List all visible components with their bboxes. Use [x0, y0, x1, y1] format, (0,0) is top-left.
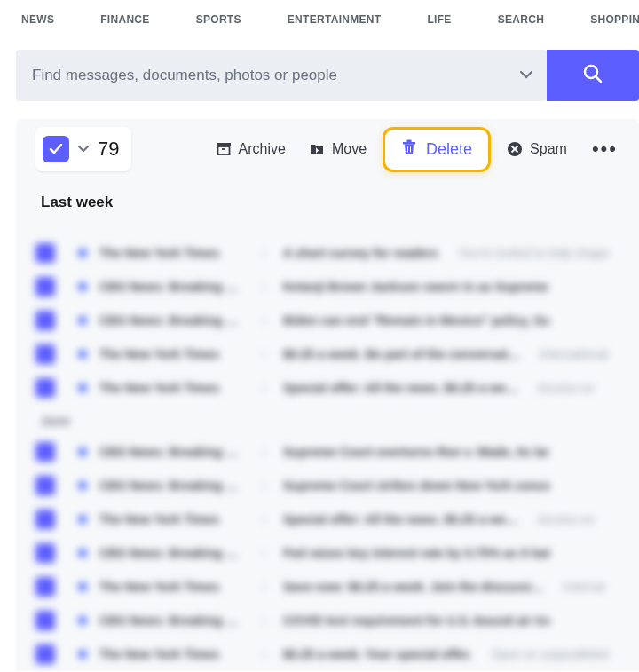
star-icon[interactable]: ☆ [258, 313, 271, 328]
svg-rect-5 [403, 142, 415, 145]
row-checkbox[interactable] [36, 644, 55, 664]
star-icon[interactable]: ☆ [258, 280, 271, 294]
star-icon[interactable]: ☆ [258, 347, 271, 361]
row-checkbox[interactable] [36, 311, 55, 330]
row-subject: A short survey for readers [283, 246, 438, 260]
trash-icon [401, 138, 417, 161]
search-row: Find messages, documents, photos or peop… [0, 39, 639, 112]
select-all-checkbox[interactable] [43, 136, 69, 162]
mail-row[interactable]: CBS News: Breaking …☆Ketanji Brown Jacks… [16, 270, 639, 304]
mail-row[interactable]: CBS News: Breaking …☆Fed raises key inte… [16, 536, 639, 570]
row-preview: Access ev [538, 381, 595, 395]
spam-label: Spam [530, 141, 567, 157]
unread-dot-icon [78, 582, 87, 591]
unread-dot-icon [78, 616, 87, 625]
spam-icon [507, 141, 523, 157]
star-icon[interactable]: ☆ [258, 445, 271, 459]
spam-button[interactable]: Spam [500, 136, 574, 162]
row-checkbox[interactable] [36, 577, 55, 597]
more-icon: ••• [592, 138, 618, 160]
row-checkbox[interactable] [36, 277, 55, 296]
nav-shopping[interactable]: SHOPPING [590, 13, 639, 26]
row-checkbox[interactable] [36, 476, 55, 495]
svg-rect-3 [217, 146, 229, 154]
row-preview: International [540, 347, 608, 361]
mail-panel: 79 Archive Move Delete Spam [16, 119, 639, 671]
mail-row[interactable]: The New York Times☆$0.25 a week. Be part… [16, 337, 639, 371]
mail-row[interactable]: The New York Times☆A short survey for re… [16, 236, 639, 270]
message-list-blurred: The New York Times☆A short survey for re… [16, 220, 639, 671]
nav-finance[interactable]: FINANCE [100, 13, 172, 26]
row-checkbox[interactable] [36, 543, 55, 563]
search-placeholder: Find messages, documents, photos or peop… [32, 67, 337, 84]
star-icon[interactable]: ☆ [258, 613, 271, 628]
row-subject: Supreme Court strikes down New York conc… [283, 478, 549, 493]
row-sender: The New York Times [99, 347, 246, 361]
star-icon[interactable]: ☆ [258, 580, 271, 594]
unread-dot-icon [78, 481, 87, 490]
nav-news[interactable]: NEWS [21, 13, 77, 26]
row-checkbox[interactable] [36, 442, 55, 462]
row-subject: Save now: $0.25 a week. Join the discuss… [283, 580, 543, 594]
row-checkbox[interactable] [36, 243, 55, 263]
svg-rect-6 [407, 139, 412, 142]
search-input[interactable]: Find messages, documents, photos or peop… [16, 50, 547, 101]
nav-sports[interactable]: SPORTS [196, 13, 264, 26]
row-subject: Biden can end "Remain in Mexico" policy,… [283, 313, 549, 328]
selection-dropdown-icon[interactable] [78, 143, 89, 155]
unread-dot-icon [78, 249, 87, 257]
archive-icon [216, 141, 232, 157]
row-checkbox[interactable] [36, 510, 55, 529]
section-header-june: June [16, 405, 639, 435]
unread-dot-icon [78, 447, 87, 456]
star-icon[interactable]: ☆ [258, 246, 271, 260]
mail-row[interactable]: The New York Times☆Special offer: All th… [16, 371, 639, 405]
row-sender: CBS News: Breaking … [99, 478, 246, 493]
star-icon[interactable]: ☆ [258, 546, 271, 560]
row-sender: CBS News: Breaking … [99, 546, 246, 560]
row-sender: CBS News: Breaking … [99, 445, 246, 459]
row-sender: The New York Times [99, 647, 246, 661]
row-checkbox[interactable] [36, 611, 55, 630]
star-icon[interactable]: ☆ [258, 512, 271, 526]
nav-life[interactable]: LIFE [427, 13, 474, 26]
star-icon[interactable]: ☆ [258, 381, 271, 395]
mail-row[interactable]: CBS News: Breaking …☆Supreme Court strik… [16, 469, 639, 502]
section-header-last-week: Last week [16, 172, 639, 220]
mail-row[interactable]: CBS News: Breaking …☆COVID test requirem… [16, 604, 639, 637]
row-sender: The New York Times [99, 246, 246, 260]
move-icon [309, 141, 325, 157]
mail-row[interactable]: The New York Times☆Special offer: All th… [16, 502, 639, 536]
mail-row[interactable]: The New York Times☆$0.25 a week. Your sp… [16, 637, 639, 671]
mail-row[interactable]: CBS News: Breaking …☆Biden can end "Rema… [16, 304, 639, 337]
archive-button[interactable]: Archive [209, 136, 293, 162]
row-subject: $0.25 a week. Your special offer. [283, 647, 472, 661]
row-checkbox[interactable] [36, 344, 55, 364]
row-sender: The New York Times [99, 580, 246, 594]
delete-button[interactable]: Delete [383, 127, 491, 172]
nav-search[interactable]: SEARCH [498, 13, 567, 26]
star-icon[interactable]: ☆ [258, 647, 271, 661]
mail-row[interactable]: The New York Times☆Save now: $0.25 a wee… [16, 570, 639, 604]
mail-row[interactable]: CBS News: Breaking …☆Supreme Court overt… [16, 435, 639, 469]
row-subject: Special offer: All the news. $0.25 a we… [283, 512, 518, 526]
unread-dot-icon [78, 515, 87, 524]
delete-label: Delete [426, 140, 472, 159]
top-nav: NEWS FINANCE SPORTS ENTERTAINMENT LIFE S… [0, 0, 639, 39]
row-preview: Save on unparalleled [492, 647, 609, 661]
nav-entertainment[interactable]: ENTERTAINMENT [288, 13, 405, 26]
row-sender: CBS News: Breaking … [99, 280, 246, 294]
row-subject: $0.25 a week. Be part of the conversat… [283, 347, 520, 361]
row-sender: The New York Times [99, 512, 246, 526]
selection-chip[interactable]: 79 [36, 127, 131, 171]
row-checkbox[interactable] [36, 378, 55, 398]
row-preview: Access ev [538, 512, 595, 526]
search-options-caret-icon[interactable] [520, 69, 532, 82]
row-sender: CBS News: Breaking … [99, 613, 246, 628]
row-subject: Special offer: All the news. $0.25 a we… [283, 381, 518, 395]
star-icon[interactable]: ☆ [258, 478, 271, 493]
move-button[interactable]: Move [302, 136, 374, 162]
row-sender: CBS News: Breaking … [99, 313, 246, 328]
more-actions-button[interactable]: ••• [588, 138, 621, 161]
search-button[interactable] [547, 50, 639, 101]
